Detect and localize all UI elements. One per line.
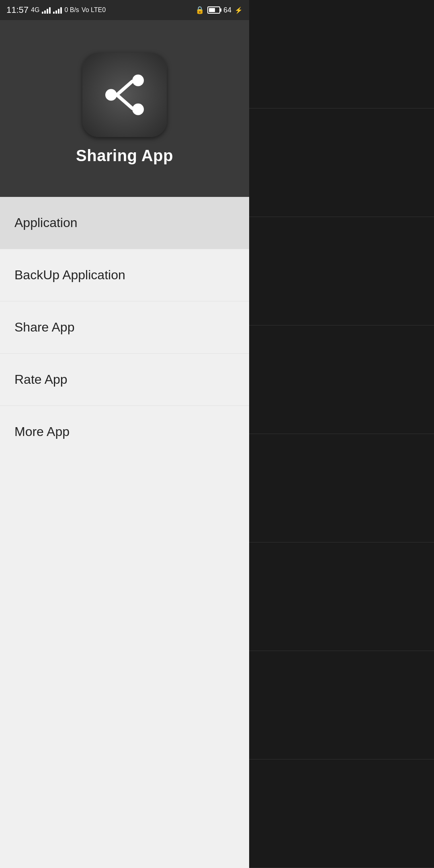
lock-icon: 🔒 <box>195 6 204 14</box>
app-icon <box>82 53 167 137</box>
right-panel-section-4 <box>249 326 434 434</box>
menu-list: Application BackUp Application Share App… <box>0 197 249 868</box>
status-bar: 11:57 4G 0 B/s Vo LTE0 🔒 64 ⚡ <box>0 0 249 20</box>
network-type-2: Vo LTE0 <box>82 6 106 14</box>
svg-point-0 <box>132 74 144 86</box>
share-icon <box>100 71 149 119</box>
network-speed: 0 B/s <box>64 6 79 14</box>
battery-level: 64 <box>223 6 231 14</box>
battery-icon <box>207 6 220 14</box>
menu-item-backup[interactable]: BackUp Application <box>0 249 249 301</box>
menu-item-application[interactable]: Application <box>0 197 249 249</box>
right-panel-section-7 <box>249 651 434 760</box>
drawer: 11:57 4G 0 B/s Vo LTE0 🔒 64 ⚡ <box>0 0 249 868</box>
menu-item-label-more: More App <box>14 424 70 439</box>
svg-line-3 <box>117 81 132 95</box>
status-bar-left: 11:57 4G 0 B/s Vo LTE0 <box>6 5 106 15</box>
app-title: Sharing App <box>76 147 173 165</box>
right-panel <box>249 0 434 868</box>
right-panel-section-1 <box>249 0 434 108</box>
menu-item-share[interactable]: Share App <box>0 301 249 354</box>
network-type-1: 4G <box>31 6 39 14</box>
menu-item-rate[interactable]: Rate App <box>0 354 249 406</box>
svg-line-4 <box>117 95 132 108</box>
charging-icon: ⚡ <box>235 6 243 14</box>
right-panel-section-8 <box>249 760 434 868</box>
signal-icon-1 <box>42 6 51 14</box>
right-panel-section-6 <box>249 542 434 651</box>
battery-fill <box>209 8 215 12</box>
drawer-header: Sharing App <box>0 20 249 197</box>
menu-item-label-application: Application <box>14 215 78 230</box>
status-time: 11:57 <box>6 5 29 15</box>
svg-point-2 <box>105 89 117 100</box>
right-panel-section-5 <box>249 434 434 542</box>
menu-item-label-backup: BackUp Application <box>14 268 125 282</box>
signal-icon-2 <box>53 6 62 14</box>
right-panel-section-2 <box>249 108 434 217</box>
svg-point-1 <box>132 103 144 115</box>
status-bar-right: 🔒 64 ⚡ <box>195 6 243 14</box>
menu-item-more[interactable]: More App <box>0 406 249 868</box>
menu-item-label-rate: Rate App <box>14 372 68 387</box>
right-panel-section-3 <box>249 217 434 326</box>
menu-item-label-share: Share App <box>14 320 74 334</box>
